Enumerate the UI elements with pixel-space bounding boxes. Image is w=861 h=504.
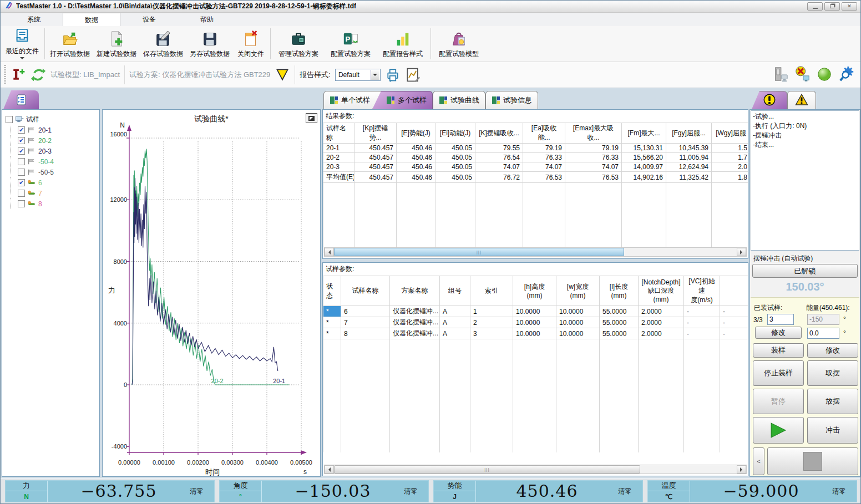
column-header[interactable]: [Wgy]屈服 <box>712 123 749 144</box>
cell[interactable]: 平均值(E) <box>323 172 354 183</box>
menu-item-1[interactable]: 数据 <box>63 13 120 26</box>
tab-sample-tree[interactable] <box>3 90 39 109</box>
zero-button[interactable]: 清零 <box>190 481 214 502</box>
tree-item-20-3[interactable]: 20-3 <box>2 146 99 156</box>
cell[interactable]: 8 <box>341 328 390 339</box>
cell[interactable]: 450.457 <box>354 144 397 153</box>
toolbar-new-data-button[interactable]: 新建试验数据 <box>93 27 140 61</box>
cell[interactable]: 15,130.31 <box>622 144 666 153</box>
toolbar-close-file-button[interactable]: 关闭文件 <box>233 27 269 61</box>
cell[interactable]: 450.457 <box>354 153 397 162</box>
cell[interactable]: 1.8 <box>712 172 749 183</box>
collapse-panel-button[interactable]: < <box>753 447 764 475</box>
toolbar-save-data-button[interactable]: 保存试验数据 <box>140 27 186 61</box>
cell[interactable]: 2 <box>470 317 513 328</box>
menu-item-3[interactable]: 帮助 <box>178 13 236 26</box>
cell[interactable]: 76.33 <box>523 153 565 162</box>
table-row[interactable]: *7仪器化摆锤冲...A210.000010.000055.00002.0000… <box>323 317 749 328</box>
cell[interactable]: 15,566.20 <box>622 153 666 162</box>
checkbox[interactable] <box>18 158 25 165</box>
tree-item-label[interactable]: 20-1 <box>38 126 52 134</box>
table-row[interactable]: *8仪器化摆锤冲...A310.000010.000055.00002.0000… <box>323 328 749 339</box>
cell[interactable]: 10.0000 <box>513 317 556 328</box>
column-header[interactable]: 试样名称 <box>341 276 390 306</box>
zero-button[interactable]: 清零 <box>404 481 428 502</box>
tree-root[interactable]: 试样 <box>2 114 99 125</box>
modify-count-button[interactable]: 修改 <box>755 327 802 339</box>
toolbar-save-as-button[interactable]: 另存试验数据 <box>186 27 233 61</box>
results-h-scrollbar[interactable]: ||| <box>324 247 747 257</box>
column-header[interactable]: 状态 <box>323 276 341 306</box>
cell[interactable]: - <box>720 306 749 317</box>
tab-3[interactable]: 试验信息 <box>485 91 538 109</box>
checkbox[interactable] <box>18 200 25 207</box>
cell[interactable]: 2.0000 <box>639 328 684 339</box>
cell[interactable]: 450.05 <box>435 162 475 172</box>
cell[interactable]: 10.0000 <box>556 328 600 339</box>
cell[interactable]: 450.457 <box>354 162 397 172</box>
cell[interactable]: 3 <box>470 328 513 339</box>
cell[interactable]: 10.0000 <box>556 306 600 317</box>
cell[interactable]: 79.19 <box>565 144 622 153</box>
speed-input[interactable] <box>807 328 839 339</box>
cell[interactable]: 2.0000 <box>639 317 684 328</box>
cell[interactable]: 450.46 <box>397 153 435 162</box>
table-row[interactable]: 20-2450.457450.46450.0576.5476.3376.3315… <box>323 153 749 162</box>
disconnect-icon[interactable] <box>794 66 811 84</box>
zero-button[interactable]: 清零 <box>618 481 642 502</box>
cell[interactable]: 450.05 <box>435 153 475 162</box>
tree-item-label[interactable]: 20-3 <box>38 147 52 155</box>
cell[interactable]: 20-3 <box>323 162 354 172</box>
chart-zoom-button[interactable] <box>306 113 317 123</box>
column-header[interactable]: [Fgy]屈服... <box>666 123 712 144</box>
tree-item-label[interactable]: -50-4 <box>38 158 54 166</box>
cell[interactable]: 1 <box>470 306 513 317</box>
column-header[interactable]: [VC]初始速 度(m/s) <box>684 276 720 306</box>
cell[interactable]: 2.0 <box>712 162 749 172</box>
cell[interactable]: 74.07 <box>475 162 523 172</box>
tree-item-8[interactable]: 8 <box>2 198 99 209</box>
cell[interactable]: 20-1 <box>323 144 354 153</box>
unlock-button[interactable]: 已解锁 <box>752 264 858 278</box>
cell[interactable]: 450.457 <box>354 172 397 183</box>
toolbar-config-plan-button[interactable]: P配置试验方案 <box>325 27 377 61</box>
cell[interactable]: 仪器化摆锤冲... <box>390 328 440 339</box>
tree-item-7[interactable]: 7 <box>2 188 99 198</box>
tree-item-20-1[interactable]: 20-1 <box>2 125 99 135</box>
tree-item--50-5[interactable]: -50-5 <box>2 167 99 177</box>
tree-item-label[interactable]: 6 <box>38 179 42 187</box>
cell[interactable]: - <box>720 317 749 328</box>
cell[interactable]: * <box>323 306 341 317</box>
cell[interactable]: - <box>684 328 720 339</box>
cell[interactable]: * <box>323 317 341 328</box>
report-edit-icon[interactable] <box>405 67 421 83</box>
checkbox[interactable] <box>6 116 13 123</box>
checkbox[interactable] <box>18 169 25 176</box>
column-header[interactable]: [NotchDepth] 缺口深度 (mm) <box>639 276 684 306</box>
column-header[interactable]: [Kp]摆锤势... <box>354 123 397 144</box>
scroll-left-icon[interactable] <box>325 248 334 256</box>
cell[interactable]: 76.53 <box>565 172 622 183</box>
settings-search-icon[interactable] <box>838 66 855 84</box>
cell[interactable]: - <box>684 317 720 328</box>
tab-test-log[interactable] <box>752 91 787 109</box>
table-row[interactable]: *6仪器化摆锤冲...A110.000010.000055.00002.0000… <box>323 306 749 317</box>
toolbar-recent-files-button[interactable]: 最近的文件 <box>2 27 43 61</box>
take-pendulum-button[interactable]: 取摆 <box>807 360 858 386</box>
tree-item-label[interactable]: 20-2 <box>38 137 52 145</box>
cell[interactable]: A <box>440 306 470 317</box>
column-header[interactable]: [E]势能(J) <box>397 123 435 144</box>
modify-button[interactable]: 修改 <box>807 343 858 358</box>
report-style-select[interactable]: Default <box>335 69 381 81</box>
table-row[interactable]: 20-3450.457450.46450.0574.0774.0774.0714… <box>323 162 749 172</box>
cell[interactable]: 仪器化摆锤冲... <box>390 317 440 328</box>
refresh-icon[interactable] <box>31 67 46 83</box>
add-specimen-icon[interactable] <box>11 67 26 83</box>
tree-item-label[interactable]: -50-5 <box>38 169 54 176</box>
tree-item-label[interactable]: 8 <box>38 200 42 208</box>
release-pendulum-button[interactable]: 放摆 <box>807 389 858 414</box>
column-header[interactable]: [K]摆锤吸收... <box>475 123 523 144</box>
cell[interactable]: 450.05 <box>435 172 475 183</box>
cell[interactable]: A <box>440 317 470 328</box>
menu-item-0[interactable]: 系统 <box>5 13 63 26</box>
